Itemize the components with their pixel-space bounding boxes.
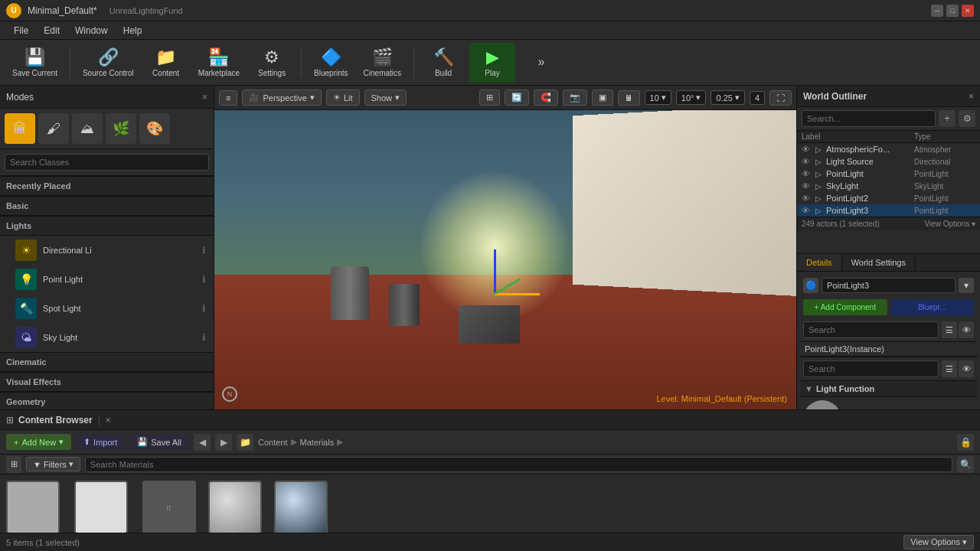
blueprint-button[interactable]: Bluepr...	[890, 299, 975, 315]
content-browser-close-button[interactable]: ×	[106, 415, 111, 425]
3d-viewport[interactable]: LIGHTING NEEDS TO BE REBUILT (168 unbuil…	[214, 110, 796, 409]
asset-lightflicker[interactable]: LightFlicker	[6, 481, 60, 533]
save-current-button[interactable]: 💾 Save Current	[6, 43, 64, 83]
search-classes-input[interactable]	[5, 154, 209, 171]
lit-button[interactable]: ☀ Lit	[326, 90, 360, 106]
outliner-close-button[interactable]: ×	[969, 91, 974, 102]
calc-button[interactable]: 🖩	[618, 90, 640, 106]
view-options-button[interactable]: View Options ▾	[903, 535, 974, 549]
content-search-input[interactable]	[85, 457, 952, 472]
tab-world-settings[interactable]: World Settings	[842, 254, 916, 271]
build-button[interactable]: 🔨 Build	[420, 43, 466, 83]
modes-close-button[interactable]: ×	[202, 92, 207, 103]
content-button[interactable]: 📁 Content	[143, 43, 189, 83]
component-name-input[interactable]	[822, 278, 956, 293]
geometry-header[interactable]: Geometry	[0, 392, 214, 409]
nav-back-button[interactable]: ◀	[194, 434, 211, 451]
sky-light-info[interactable]: ℹ	[202, 332, 206, 343]
menu-file[interactable]: File	[6, 21, 36, 39]
spot-light-info[interactable]: ℹ	[202, 303, 206, 314]
source-control-button[interactable]: 🔗 Source Control	[77, 43, 140, 83]
grid-button[interactable]: ⊞	[479, 90, 500, 106]
outliner-item-pointlight[interactable]: 👁 ▷ PointLight PointLight	[797, 168, 980, 180]
basic-header[interactable]: Basic	[0, 196, 214, 216]
outliner-item-pointlight3[interactable]: 👁 ▷ PointLight3 PointLight	[797, 204, 980, 217]
detail-list-view-button-2[interactable]: ☰	[942, 360, 957, 377]
eye-icon-atmospheric[interactable]: 👁	[802, 145, 812, 154]
tab-details[interactable]: Details	[797, 254, 842, 271]
outliner-item-pointlight2[interactable]: 👁 ▷ PointLight2 PointLight	[797, 192, 980, 204]
perspective-button[interactable]: 🎥 Perspective ▾	[242, 90, 321, 106]
asset-matmodeling[interactable]: matModeling	[274, 481, 328, 533]
add-component-button[interactable]: + Add Component	[803, 299, 887, 315]
maximize-button[interactable]: □	[946, 5, 959, 17]
landscape-mode-button[interactable]: ⛰	[72, 113, 103, 144]
play-button[interactable]: ▶ Play	[469, 43, 515, 83]
minimize-button[interactable]: ─	[931, 5, 943, 17]
sky-light-item[interactable]: 🌤 Sky Light ℹ	[0, 323, 214, 352]
snap-button[interactable]: 🧲	[534, 90, 558, 106]
outliner-search-input[interactable]	[802, 110, 936, 127]
blueprints-button[interactable]: 🔷 Blueprints	[308, 43, 354, 83]
recently-placed-header[interactable]: Recently Placed	[0, 176, 214, 196]
marketplace-button[interactable]: 🏪 Marketplace	[192, 43, 246, 83]
add-new-button[interactable]: + Add New ▾	[6, 434, 71, 450]
menu-help[interactable]: Help	[116, 21, 150, 39]
close-button[interactable]: ✕	[962, 5, 974, 17]
menu-window[interactable]: Window	[67, 21, 116, 39]
settings-button[interactable]: ⚙ Settings	[249, 43, 295, 83]
nav-folder-button[interactable]: 📁	[237, 434, 253, 451]
directional-light-item[interactable]: ☀ Directional Li ℹ	[0, 236, 214, 265]
maximize-viewport-button[interactable]: ⛶	[769, 90, 792, 106]
cinematics-button[interactable]: 🎬 Cinematics	[358, 43, 407, 83]
nav-forward-button[interactable]: ▶	[215, 434, 232, 451]
detail-eye-button[interactable]: 👁	[959, 321, 974, 338]
menu-edit[interactable]: Edit	[36, 21, 67, 39]
paint-mode-button[interactable]: 🖌	[38, 113, 69, 144]
spot-light-item[interactable]: 🔦 Spot Light ℹ	[0, 294, 214, 323]
asset-matlight-inst[interactable]: matLight_ Inst	[208, 481, 262, 533]
light-function-section-header[interactable]: ▼ Light Function	[800, 381, 977, 397]
filters-button[interactable]: ▼ Filters ▾	[26, 457, 80, 471]
import-button[interactable]: ⬆ Import	[76, 434, 125, 450]
point-light-info[interactable]: ℹ	[202, 274, 206, 285]
expand-button[interactable]: »	[518, 43, 564, 83]
cinematic-header[interactable]: Cinematic	[0, 352, 214, 372]
breadcrumb-materials[interactable]: Materials	[300, 438, 335, 447]
detail-search-input[interactable]	[803, 321, 939, 338]
point-light-item[interactable]: 💡 Point Light ℹ	[0, 265, 214, 294]
outliner-add-button[interactable]: +	[939, 110, 956, 127]
outliner-view-options-button[interactable]: View Options ▾	[924, 220, 975, 228]
show-button[interactable]: Show ▾	[364, 90, 407, 106]
visual-effects-header[interactable]: Visual Effects	[0, 372, 214, 392]
eye-icon-pointlight2[interactable]: 👁	[802, 194, 812, 203]
browser-settings-button[interactable]: 🔒	[957, 434, 974, 451]
place-mode-button[interactable]: 🏛	[5, 113, 35, 144]
directional-light-info[interactable]: ℹ	[202, 245, 206, 256]
detail-eye-button-2[interactable]: 👁	[959, 360, 974, 377]
eye-icon-pointlight3[interactable]: 👁	[802, 206, 812, 215]
mesh-paint-button[interactable]: 🎨	[139, 113, 170, 144]
save-all-button[interactable]: 💾 Save All	[129, 434, 189, 450]
eye-icon-lightsource[interactable]: 👁	[802, 157, 812, 166]
foliage-mode-button[interactable]: 🌿	[106, 113, 136, 144]
breadcrumb-content[interactable]: Content	[258, 438, 288, 447]
outliner-settings-button[interactable]: ⚙	[959, 110, 975, 127]
component-picker-button[interactable]: 🔵	[803, 278, 818, 293]
viewport-menu-button[interactable]: ≡	[219, 90, 237, 106]
asset-matlight[interactable]: rr matLight	[142, 481, 196, 533]
outliner-item-lightsource[interactable]: 👁 ▷ Light Source Directional	[797, 155, 980, 168]
detail-search-input-2[interactable]	[803, 360, 939, 377]
outliner-item-atmospheric[interactable]: 👁 ▷ AtmosphericFo... Atmospher	[797, 143, 980, 155]
component-picker-arrow[interactable]: ▾	[959, 278, 974, 293]
content-search-icon[interactable]: 🔍	[957, 456, 974, 473]
camera-button[interactable]: 📷	[563, 90, 587, 106]
eye-icon-skylight[interactable]: 👁	[802, 181, 812, 191]
eye-icon-pointlight[interactable]: 👁	[802, 169, 812, 178]
browser-lock-button[interactable]: 🔒	[957, 434, 974, 451]
outliner-item-skylight[interactable]: 👁 ▷ SkyLight SkyLight	[797, 180, 980, 192]
tile-view-button[interactable]: ⊞	[6, 456, 21, 473]
lights-header[interactable]: Lights	[0, 216, 214, 236]
angle-button[interactable]: 🔄	[505, 90, 529, 106]
asset-lightflicker-inst[interactable]: LightFlicker_ Inst	[72, 481, 130, 533]
